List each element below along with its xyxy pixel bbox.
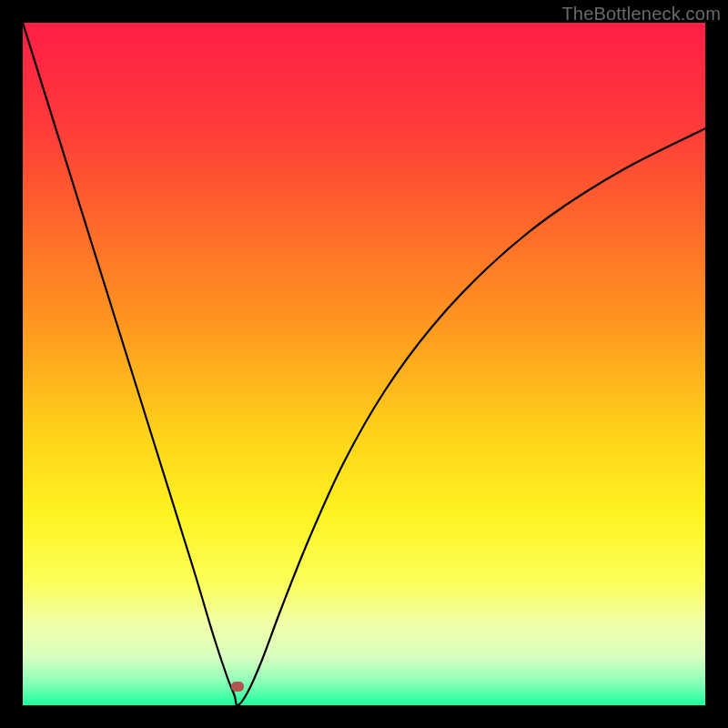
bottleneck-curve (23, 23, 705, 705)
plot-area (23, 23, 705, 705)
chart-frame: TheBottleneck.com (0, 0, 728, 728)
minimum-marker-icon (231, 682, 244, 692)
watermark-text: TheBottleneck.com (561, 4, 721, 25)
